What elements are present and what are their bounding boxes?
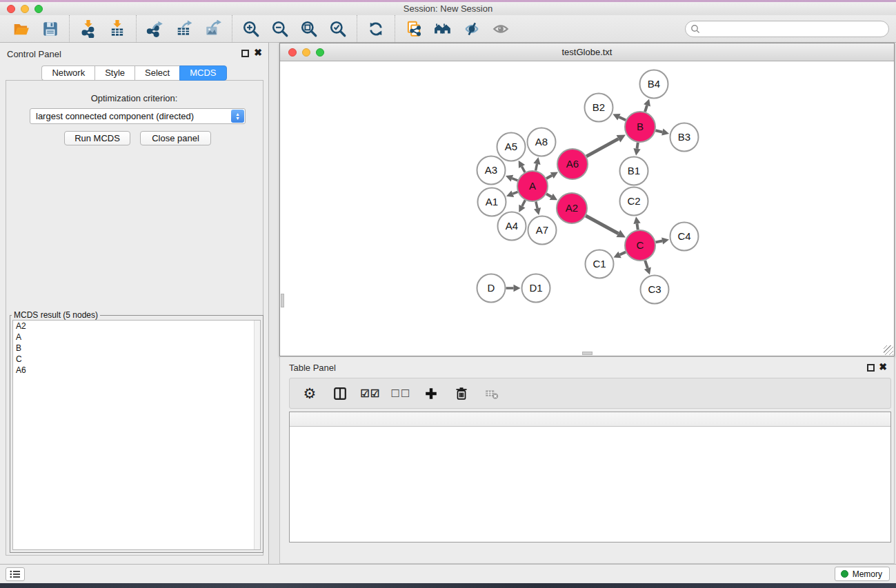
graph-edge-A-A8[interactable] [536, 164, 537, 171]
mcds-result-item[interactable]: C [13, 354, 260, 365]
dropdown-stepper-icon: ▲▼ [231, 110, 244, 123]
zoom-out-icon [271, 20, 289, 38]
hide-eye-button[interactable] [457, 17, 486, 41]
refresh-button[interactable] [361, 17, 390, 41]
graph-edge-A-A6[interactable] [546, 175, 552, 179]
zoom-fit-icon [300, 20, 318, 38]
zoom-out-button[interactable] [266, 17, 295, 41]
import-network-button[interactable] [74, 17, 103, 41]
criterion-dropdown[interactable]: largest connected component (directed) ▲… [30, 108, 246, 124]
zoom-in-button[interactable] [237, 17, 266, 41]
gear-button[interactable]: ⚙ [299, 383, 320, 404]
close-panel-icon[interactable]: ✖ [254, 48, 262, 57]
graph-node-label: A5 [505, 141, 517, 152]
graph-edge-B-B1[interactable] [637, 143, 638, 149]
search-input[interactable] [685, 21, 889, 37]
mcds-result-item[interactable]: A [13, 332, 260, 343]
status-bar: Memory [0, 564, 896, 583]
mcds-result-list: A2ABCA6 [12, 320, 261, 550]
tab-select[interactable]: Select [135, 65, 179, 81]
resize-grip[interactable] [884, 345, 893, 355]
network-desktop: testGlobe.txt B4B2BB3A5A8A6A3B1AA1C2A2A4… [269, 43, 896, 564]
graph-edge-C-C2[interactable] [637, 223, 638, 230]
memory-button[interactable]: Memory [835, 567, 890, 581]
node-table [289, 412, 891, 543]
tab-mcds[interactable]: MCDS [179, 65, 226, 81]
graph-edge-A6-B[interactable] [586, 139, 618, 156]
eye-button[interactable] [486, 17, 515, 41]
graph-edge-C-C1[interactable] [620, 252, 626, 255]
graph-node-label: B2 [593, 101, 605, 113]
app-titlebar: Session: New Session [0, 2, 896, 15]
task-history-button[interactable] [6, 567, 25, 581]
memory-label: Memory [853, 569, 882, 579]
graph-edge-A-A4[interactable] [522, 200, 526, 206]
edge-arrowhead [633, 148, 640, 156]
import-table-button[interactable] [103, 17, 132, 41]
zoom-selected-button[interactable] [323, 17, 352, 41]
table-panel: Table Panel ✖ ⚙☑☑☐☐ [279, 356, 895, 564]
trash-button[interactable] [451, 383, 472, 404]
graph-node-label: D [488, 282, 495, 294]
delete-table-button[interactable] [481, 383, 502, 404]
graph-edge-C-C4[interactable] [656, 241, 663, 243]
graph-edge-A-A3[interactable] [512, 179, 517, 181]
plus-icon [424, 386, 439, 401]
export-image-button[interactable] [199, 17, 228, 41]
horizontal-scroll-thumb[interactable] [582, 352, 593, 355]
split-columns-button[interactable] [330, 383, 350, 404]
control-panel-title: Control Panel [7, 49, 61, 59]
export-network-button[interactable] [141, 17, 170, 41]
graph-edge-A-A7[interactable] [536, 202, 537, 209]
graph-node-label: A8 [535, 136, 548, 148]
uncheck-pair-button[interactable]: ☐☐ [390, 383, 411, 404]
close-panel-button[interactable]: Close panel [140, 131, 211, 145]
graph-node-label: D1 [529, 282, 542, 294]
zoom-fit-button[interactable] [295, 17, 323, 41]
check-pair-icon: ☑☑ [361, 387, 381, 400]
table-float-panel-icon[interactable] [867, 364, 875, 372]
tab-network[interactable]: Network [41, 65, 94, 81]
mcds-result-item[interactable]: B [13, 343, 260, 354]
run-mcds-button[interactable]: Run MCDS [64, 131, 130, 145]
graph-node-label: A2 [566, 202, 578, 214]
vertical-scroll-thumb[interactable] [281, 294, 284, 307]
graph-node-label: C3 [648, 283, 661, 295]
graph-edge-A-A2[interactable] [546, 194, 551, 196]
copy-network-button[interactable] [399, 17, 428, 41]
graph-node-label: A4 [506, 220, 518, 232]
graph-edge-B-B2[interactable] [619, 117, 626, 121]
graph-edge-A-A1[interactable] [512, 192, 517, 194]
check-pair-button[interactable]: ☑☑ [360, 383, 381, 404]
table-panel-title: Table Panel [289, 363, 336, 373]
homes-button[interactable] [428, 17, 457, 41]
graph-node-label: B3 [678, 131, 690, 143]
gear-icon: ⚙ [303, 386, 317, 401]
graph-edge-B-B3[interactable] [655, 130, 662, 132]
edge-arrowhead [661, 237, 669, 244]
mcds-result-item[interactable]: A2 [13, 321, 260, 332]
mcds-result-box: MCDS result (5 nodes) A2ABCA6 [10, 310, 263, 553]
save-button[interactable] [36, 17, 65, 41]
mcds-list-scrollbar[interactable] [254, 321, 260, 549]
eye-icon [492, 20, 510, 38]
graph-edge-B-B4[interactable] [645, 105, 647, 112]
export-table-icon [175, 20, 193, 38]
float-panel-icon[interactable] [241, 50, 249, 57]
uncheck-pair-icon: ☐☐ [391, 387, 411, 400]
export-table-button[interactable] [170, 17, 199, 41]
mcds-result-item[interactable]: A6 [13, 365, 260, 376]
table-close-panel-icon[interactable]: ✖ [879, 362, 887, 372]
graph-node-label: A6 [566, 158, 579, 170]
edge-arrowhead [514, 285, 521, 292]
plus-button[interactable] [421, 383, 441, 404]
graph-edge-A-A5[interactable] [522, 167, 526, 172]
edge-arrowhead [661, 129, 669, 136]
graph-edge-A2-C[interactable] [586, 216, 618, 234]
graph-edge-C-C3[interactable] [645, 261, 648, 268]
optimization-criterion-label: Optimization criterion: [0, 93, 268, 103]
tab-style[interactable]: Style [94, 65, 135, 81]
network-canvas[interactable]: B4B2BB3A5A8A6A3B1AA1C2A2A4A7C4CC1C3DD1 [280, 61, 894, 356]
save-icon [41, 20, 59, 38]
open-folder-button[interactable] [7, 17, 36, 41]
